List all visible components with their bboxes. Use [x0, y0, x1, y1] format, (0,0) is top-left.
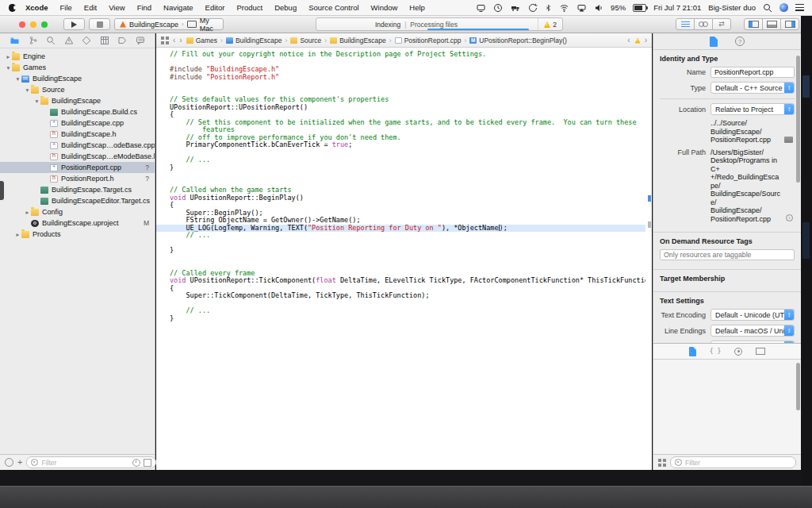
version-editor-button[interactable]: ⇄: [712, 18, 731, 30]
text-encoding-dropdown[interactable]: Default - Unicode (UTF...: [710, 309, 795, 321]
library-filter-input[interactable]: [685, 459, 791, 467]
menu-clock[interactable]: Fri Jul 7 21:01: [653, 3, 701, 12]
code-line-current[interactable]: UE_LOG(LogTemp, Warning, TEXT("Position …: [156, 225, 645, 233]
menu-item-xcode[interactable]: Xcode: [25, 3, 48, 12]
next-issue-button[interactable]: ›: [645, 37, 647, 44]
folder-icon[interactable]: [784, 137, 793, 143]
tree-item-source[interactable]: ▾Source: [0, 84, 155, 95]
panel-splitter-handle[interactable]: [0, 181, 4, 200]
location-dropdown[interactable]: Relative to Project: [710, 103, 795, 115]
disclosure-triangle-icon[interactable]: [43, 164, 50, 171]
clock-icon[interactable]: [493, 3, 503, 13]
menu-item-view[interactable]: View: [109, 3, 124, 12]
menu-item-product[interactable]: Product: [236, 3, 262, 12]
file-template-library-tab[interactable]: [689, 347, 696, 356]
tree-item-engine[interactable]: ▸Engine: [0, 51, 155, 62]
assistant-editor-button[interactable]: [694, 18, 713, 30]
line-endings-dropdown[interactable]: Default - macOS / Unix...: [710, 325, 795, 337]
airplay-icon[interactable]: [576, 3, 587, 13]
code-line[interactable]: // ...: [170, 156, 645, 164]
tree-item-positionreport-h[interactable]: PositionReport.h?: [0, 173, 155, 184]
disclosure-triangle-icon[interactable]: [43, 109, 50, 116]
debug-navigator-tab[interactable]: [100, 36, 109, 45]
code-line[interactable]: // ...: [170, 307, 645, 315]
report-navigator-tab[interactable]: [136, 36, 145, 45]
disclosure-triangle-icon[interactable]: [43, 153, 50, 160]
disclosure-triangle-icon[interactable]: ▾: [24, 87, 31, 94]
zoom-window-button[interactable]: [41, 21, 48, 28]
inspector-scrollbar[interactable]: [796, 56, 800, 183]
apple-menu-icon[interactable]: [9, 4, 16, 12]
search-navigator-tab[interactable]: [46, 36, 56, 45]
menu-item-edit[interactable]: Edit: [84, 3, 97, 12]
library-scrollbar[interactable]: [796, 363, 800, 410]
time-machine-icon[interactable]: [528, 3, 538, 13]
code-snippet-library-tab[interactable]: { }: [710, 348, 721, 355]
menu-item-source-control[interactable]: Source Control: [308, 3, 358, 12]
code-line[interactable]: [170, 300, 645, 308]
code-lines[interactable]: // Fill out your copyright notice in the…: [156, 48, 645, 470]
code-line[interactable]: #include "PositionReport.h": [170, 74, 645, 82]
code-line[interactable]: [170, 81, 645, 89]
disclosure-triangle-icon[interactable]: [43, 120, 50, 127]
breadcrumb-buildingescape[interactable]: BuildingEscape: [226, 37, 282, 44]
close-window-button[interactable]: [19, 21, 25, 28]
toggle-debug-area-button[interactable]: [762, 18, 781, 30]
code-line[interactable]: [170, 171, 645, 179]
code-line[interactable]: void UPositionReport::BeginPlay(): [170, 194, 645, 202]
menu-item-window[interactable]: Window: [371, 3, 398, 12]
disclosure-triangle-icon[interactable]: ▾: [5, 64, 12, 71]
code-line[interactable]: // Fill out your copyright notice in the…: [170, 51, 645, 59]
code-line[interactable]: PrimaryComponentTick.bCanEverTick = true…: [170, 141, 645, 149]
disclosure-triangle-icon[interactable]: [43, 142, 50, 149]
tree-item-buildingescape-uproject[interactable]: BuildingEscape.uprojectM: [0, 217, 155, 229]
disclosure-triangle-icon[interactable]: ▾: [14, 75, 21, 83]
tree-item-games[interactable]: ▾Games: [0, 62, 155, 73]
code-line[interactable]: }: [170, 315, 645, 323]
name-field[interactable]: [710, 67, 795, 78]
library-filter-field[interactable]: [670, 456, 796, 468]
type-dropdown[interactable]: Default - C++ Source: [710, 82, 795, 94]
scm-filter-icon[interactable]: [5, 458, 13, 467]
media-library-tab[interactable]: [756, 348, 765, 355]
quick-help-tab[interactable]: ?: [735, 37, 745, 46]
code-line[interactable]: [170, 240, 645, 248]
tree-item-positionreport-cpp[interactable]: PositionReport.cpp?: [0, 162, 155, 173]
disclosure-triangle-icon[interactable]: ▸: [14, 231, 21, 238]
source-control-tab[interactable]: [29, 36, 38, 45]
spotlight-icon[interactable]: [763, 3, 772, 13]
tree-item-buildingescap-emodebase-h[interactable]: BuildingEscap…eModeBase.h: [0, 151, 155, 162]
standard-editor-button[interactable]: [676, 18, 695, 30]
code-line[interactable]: // ...: [170, 232, 645, 240]
tree-item-buildingescape-h[interactable]: BuildingEscape.h: [0, 129, 155, 140]
menu-item-editor[interactable]: Editor: [205, 3, 225, 12]
grid-view-icon[interactable]: [658, 459, 666, 467]
activity-viewer[interactable]: Indexing | Processing files 2: [316, 17, 563, 31]
toggle-navigator-button[interactable]: [744, 18, 763, 30]
disclosure-triangle-icon[interactable]: ▾: [33, 98, 40, 105]
volume-icon[interactable]: [594, 3, 603, 13]
breadcrumb-games[interactable]: Games: [186, 37, 217, 44]
disclosure-triangle-icon[interactable]: [33, 187, 40, 194]
disclosure-triangle-icon[interactable]: ▸: [24, 209, 31, 216]
disclosure-triangle-icon[interactable]: [43, 175, 50, 183]
menu-item-help[interactable]: Help: [409, 3, 425, 12]
menu-item-navigate[interactable]: Navigate: [163, 3, 193, 12]
code-line[interactable]: // Set this component to be initialized …: [170, 119, 645, 127]
file-inspector-tab[interactable]: [710, 37, 718, 47]
code-line[interactable]: Super::TickComponent(DeltaTime, TickType…: [170, 292, 645, 300]
navigator-filter-field[interactable]: [26, 456, 156, 468]
notification-center-icon[interactable]: [795, 4, 804, 11]
tree-item-buildingescap-odebase-cpp[interactable]: BuildingEscap…odeBase.cpp: [0, 140, 155, 151]
code-line[interactable]: void UPositionReport::TickComponent(floa…: [170, 277, 645, 285]
tree-item-config[interactable]: ▸Config: [0, 206, 155, 217]
battery-icon[interactable]: [633, 4, 646, 12]
wifi-icon[interactable]: [559, 3, 569, 13]
code-line[interactable]: [170, 149, 645, 157]
scheme-selector[interactable]: BuildingEscape › My Mac: [114, 18, 224, 30]
navigator-filter-input[interactable]: [41, 459, 129, 467]
scm-status-filter-icon[interactable]: [144, 459, 151, 467]
object-library-tab[interactable]: [734, 348, 742, 356]
breadcrumb-upositionreport-beginplay-[interactable]: MUPositionReport::BeginPlay(): [469, 37, 567, 44]
code-line[interactable]: }: [170, 247, 645, 255]
